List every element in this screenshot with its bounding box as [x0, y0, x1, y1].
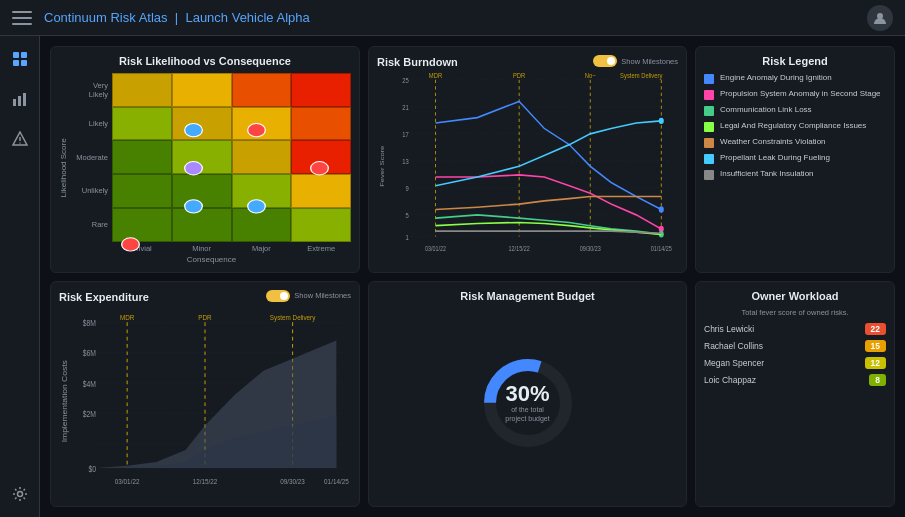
sidebar-grid-icon[interactable]	[9, 48, 31, 70]
donut-chart: 30% of the totalproject budget	[478, 353, 578, 453]
expenditure-toggle-label: Show Milestones	[294, 291, 351, 300]
workload-item-2: Megan Spencer 12	[704, 357, 886, 369]
svg-text:MDR: MDR	[120, 313, 134, 322]
sidebar	[0, 36, 40, 517]
legend-item-0: Engine Anomaly During Ignition	[704, 73, 886, 84]
legend-color-1	[704, 90, 714, 100]
menu-icon[interactable]	[12, 11, 32, 25]
y-label-u: Unlikely	[72, 174, 112, 208]
legend-color-2	[704, 106, 714, 116]
workload-name-1: Rachael Collins	[704, 341, 763, 351]
legend-label-4: Weather Constraints Violation	[720, 137, 826, 147]
y-axis-label: Likelihood Score	[59, 73, 68, 264]
sidebar-gear-icon[interactable]	[9, 483, 31, 505]
svg-text:$2M: $2M	[83, 409, 96, 419]
svg-text:01/14/25: 01/14/25	[324, 477, 349, 486]
burndown-chart-svg: 25 21 17 13 9 5 1 Fever Score MDR PDR No…	[377, 69, 678, 264]
workload-title: Owner Workload	[704, 290, 886, 302]
cell-vl-minor	[172, 73, 232, 107]
cell-vl-trivial	[112, 73, 172, 107]
y-label-l: Likely	[72, 107, 112, 141]
burndown-title: Risk Burndown	[377, 56, 458, 68]
workload-name-0: Chris Lewicki	[704, 324, 754, 334]
y-label-r: Rare	[72, 208, 112, 242]
svg-text:PDR: PDR	[198, 313, 211, 322]
cell-vl-extreme	[291, 73, 351, 107]
app-title: Continuum Risk Atlas | Launch Vehicle Al…	[44, 10, 310, 25]
svg-text:21: 21	[402, 103, 409, 111]
legend-label-0: Engine Anomaly During Ignition	[720, 73, 832, 83]
sidebar-chart-icon[interactable]	[9, 88, 31, 110]
cell-l-minor	[172, 107, 232, 141]
legend-color-6	[704, 170, 714, 180]
donut-container: 30% of the totalproject budget	[478, 308, 578, 499]
svg-text:5: 5	[406, 211, 409, 219]
cell-r-extreme	[291, 208, 351, 242]
svg-text:Fever Score: Fever Score	[378, 145, 384, 186]
matrix-inner: VeryLikely Likely	[72, 73, 351, 264]
svg-text:$8M: $8M	[83, 318, 96, 328]
cell-u-trivial	[112, 174, 172, 208]
legend-item-2: Communication Link Loss	[704, 105, 886, 116]
svg-text:25: 25	[402, 76, 409, 84]
svg-text:17: 17	[402, 130, 409, 138]
x-label-major: Major	[232, 244, 292, 253]
workload-badge-0: 22	[865, 323, 886, 335]
cell-l-major	[232, 107, 292, 141]
cell-r-minor	[172, 208, 232, 242]
svg-text:System Delivery: System Delivery	[620, 71, 663, 80]
budget-panel: Risk Management Budget 30% of the totalp…	[368, 281, 687, 508]
cell-m-major	[232, 140, 292, 174]
legend-label-2: Communication Link Loss	[720, 105, 812, 115]
budget-percentage: 30%	[505, 383, 549, 405]
svg-text:1: 1	[406, 233, 409, 241]
x-axis-label: Consequence	[72, 255, 351, 264]
x-labels: Trivial Minor Major Extreme	[72, 244, 351, 253]
svg-text:MDR: MDR	[429, 71, 442, 79]
y-label-m: Moderate	[72, 140, 112, 174]
y-label-vl: VeryLikely	[72, 73, 112, 107]
legend-title: Risk Legend	[704, 55, 886, 67]
legend-items: Engine Anomaly During Ignition Propulsio…	[704, 73, 886, 185]
legend-item-3: Legal And Regulatory Compliance Issues	[704, 121, 886, 132]
cell-u-extreme	[291, 174, 351, 208]
x-label-trivial: Trivial	[112, 244, 172, 253]
legend-label-3: Legal And Regulatory Compliance Issues	[720, 121, 866, 131]
svg-point-46	[659, 206, 664, 212]
legend-item-6: Insufficient Tank Insulation	[704, 169, 886, 180]
milestones-toggle[interactable]	[593, 55, 617, 67]
svg-point-49	[659, 118, 664, 124]
expenditure-chart-svg: $8M $6M $4M $2M $0 Implementation Costs …	[59, 304, 351, 499]
legend-color-3	[704, 122, 714, 132]
svg-text:No~: No~	[585, 71, 596, 79]
x-label-extreme: Extreme	[291, 244, 351, 253]
cell-m-extreme	[291, 140, 351, 174]
cell-l-extreme	[291, 107, 351, 141]
svg-text:13: 13	[402, 157, 409, 165]
matrix-grid: VeryLikely Likely	[72, 73, 351, 242]
svg-text:9: 9	[406, 184, 409, 192]
legend-label-6: Insufficient Tank Insulation	[720, 169, 814, 179]
workload-item-1: Rachael Collins 15	[704, 340, 886, 352]
sidebar-alert-icon[interactable]	[9, 128, 31, 150]
legend-color-5	[704, 154, 714, 164]
svg-text:09/30/23: 09/30/23	[280, 477, 305, 486]
svg-text:Implementation Costs: Implementation Costs	[61, 360, 69, 442]
svg-rect-3	[13, 60, 19, 66]
avatar[interactable]	[867, 5, 893, 31]
legend-panel: Risk Legend Engine Anomaly During Igniti…	[695, 46, 895, 273]
svg-text:PDR: PDR	[513, 71, 525, 79]
expenditure-milestones-toggle[interactable]	[266, 290, 290, 302]
svg-text:03/01/22: 03/01/22	[425, 244, 447, 252]
svg-point-9	[19, 142, 20, 143]
matrix-container: Likelihood Score VeryLikely Likely	[59, 73, 351, 264]
svg-text:$6M: $6M	[83, 348, 96, 358]
content-grid: Risk Likelihood vs Consequence Likelihoo…	[40, 36, 905, 517]
workload-panel: Owner Workload Total fever score of owne…	[695, 281, 895, 508]
svg-rect-6	[18, 96, 21, 106]
legend-item-5: Propellant Leak During Fueling	[704, 153, 886, 164]
svg-text:01/14/25: 01/14/25	[651, 244, 673, 252]
cell-m-minor	[172, 140, 232, 174]
legend-color-4	[704, 138, 714, 148]
donut-text: 30% of the totalproject budget	[505, 383, 549, 423]
